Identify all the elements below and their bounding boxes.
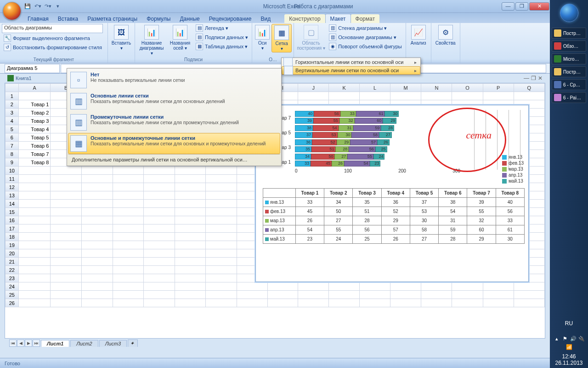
sheet-nav-next[interactable]: ▶: [25, 339, 32, 347]
reset-style-button[interactable]: ↺Восстановить форматирование стиля: [2, 43, 104, 52]
wb-close[interactable]: ✕: [538, 75, 543, 81]
sheet-nav-first[interactable]: ⏮: [9, 339, 17, 347]
vgrid-none-icon: ▫: [70, 72, 87, 88]
vgrid-none[interactable]: ▫НетНе показывать вертикальные линии сет…: [68, 69, 280, 91]
vgrid-more-options[interactable]: Дополнительные параметры линий сетки на …: [68, 154, 280, 165]
axis-titles-button[interactable]: 📊Названия осей ▾: [167, 24, 193, 52]
tray-power-icon[interactable]: 🔌: [578, 336, 585, 342]
data-labels-button[interactable]: ▤Подписи данных ▾: [194, 33, 250, 41]
gridlines-menu: Горизонтальные линии сетки по основной о…: [281, 58, 421, 75]
window-controls: — ❐ ✕: [501, 2, 550, 11]
chart-legend: янв.13фев.13мар.13апр.13май.13: [502, 154, 524, 184]
tray-volume-icon[interactable]: 🔊: [570, 336, 577, 342]
chart-element-selector[interactable]: Область диаграммы: [2, 24, 103, 33]
vgrid-major-icon: ▥: [70, 93, 87, 109]
vgrid-major[interactable]: ▥Основные линии сеткиПоказать вертикальн…: [68, 91, 280, 112]
chart-title-icon: 📊: [144, 25, 159, 40]
tab-home[interactable]: Главная: [23, 14, 53, 23]
undo-icon[interactable]: ↶▾: [33, 2, 42, 11]
data-labels-icon: ▤: [196, 34, 203, 41]
save-icon[interactable]: 💾: [23, 2, 32, 11]
minimize-button[interactable]: —: [502, 2, 514, 11]
taskbar-item[interactable]: Micro…: [552, 53, 586, 64]
sheet-nav-prev[interactable]: ◀: [17, 339, 24, 347]
vertical-gridlines-submenu: ▫НетНе показывать вертикальные линии сет…: [67, 68, 282, 166]
sheet-tab-2[interactable]: Лист2: [70, 340, 98, 347]
start-button[interactable]: [560, 4, 578, 22]
tab-insert[interactable]: Вставка: [53, 14, 83, 23]
taskbar-item[interactable]: Постр…: [552, 28, 586, 39]
axes-icon: 📊: [255, 25, 270, 40]
name-box[interactable]: Диаграмма 5: [5, 64, 60, 73]
tray-arrow-icon[interactable]: ▴: [554, 336, 560, 342]
properties-button[interactable]: ⚙Свойства: [433, 24, 458, 46]
windows-taskbar: Постр…Обзо…Micro…Постр…6 - Ср…6 - Pai… R…: [550, 0, 588, 368]
wall-icon: ▥: [329, 24, 336, 32]
chart-title-button[interactable]: 📊Название диаграммы ▾: [137, 24, 166, 57]
tab-formulas[interactable]: Формулы: [142, 14, 175, 23]
taskbar-item[interactable]: Постр…: [552, 66, 586, 77]
sheet-tab-3[interactable]: Лист3: [99, 340, 127, 347]
vgrid-both-icon: ▦: [70, 135, 87, 152]
office-button[interactable]: [3, 2, 21, 20]
insert-button[interactable]: 🖼Вставить▾: [110, 24, 133, 52]
gridlines-horizontal-item[interactable]: Горизонтальные линии сетки по основной о…: [282, 58, 420, 66]
chart-object[interactable]: Товар 7Товар 5Товар 3Товар 1 40563361303…: [255, 105, 529, 282]
floor-icon: ▥: [329, 34, 336, 41]
legend-button[interactable]: ▤Легенда ▾: [194, 24, 250, 32]
chart-data-table: Товар 1Товар 2Товар 3Товар 4Товар 5Товар…: [263, 188, 525, 244]
reset-icon: ↺: [4, 44, 11, 51]
annotation-text: сетка: [466, 129, 492, 141]
analysis-icon: 📈: [411, 25, 426, 40]
wb-minimize[interactable]: —: [524, 75, 529, 81]
wb-restore[interactable]: ❐: [531, 75, 536, 81]
data-table-button[interactable]: ▦Таблица данных ▾: [194, 42, 250, 51]
tab-design[interactable]: Конструктор: [284, 14, 325, 23]
gridlines-button[interactable]: ▦Сетка▾: [271, 24, 292, 52]
tab-review[interactable]: Рецензирование: [204, 14, 256, 23]
taskbar-item[interactable]: 6 - Ср…: [552, 79, 586, 90]
vgrid-minor[interactable]: ▥Промежуточные линии сеткиПоказать верти…: [68, 112, 280, 133]
analysis-button[interactable]: 📈Анализ: [408, 24, 429, 46]
ribbon: Область диаграммы 🔧Формат выделенного фр…: [0, 23, 550, 63]
hgrid-icon: [283, 58, 293, 67]
insert-icon: 🖼: [114, 25, 129, 40]
sheet-tab-new[interactable]: ✦: [128, 339, 138, 347]
vgrid-both[interactable]: ▦Основные и промежуточные линии сеткиПок…: [68, 133, 280, 154]
taskbar-item[interactable]: Обзо…: [552, 40, 586, 52]
close-button[interactable]: ✕: [529, 2, 549, 11]
rotation-icon: ◉: [329, 43, 336, 50]
format-selection-button[interactable]: 🔧Формат выделенного фрагмента: [2, 34, 92, 42]
3d-rotation-button[interactable]: ◉Поворот объемной фигуры: [327, 42, 404, 51]
format-icon: 🔧: [4, 34, 11, 42]
sheet-tabs: ⏮ ◀ ▶ ⏭ Лист1 Лист2 Лист3 ✦: [5, 339, 545, 348]
axes-button[interactable]: 📊Оси▾: [254, 24, 271, 52]
chart-floor-button[interactable]: ▥Основание диаграммы ▾: [327, 33, 404, 41]
chart-wall-button[interactable]: ▥Стенка диаграммы ▾: [327, 24, 404, 32]
sheet-nav-last[interactable]: ⏭: [33, 339, 40, 347]
tab-format[interactable]: Формат: [351, 14, 380, 23]
tab-layout[interactable]: Макет: [325, 14, 351, 23]
tab-page-layout[interactable]: Разметка страницы: [83, 14, 142, 23]
clock[interactable]: 12:46 26.11.2013: [552, 353, 586, 366]
sheet-tab-1[interactable]: Лист1: [41, 340, 69, 347]
gridlines-vertical-item[interactable]: Вертикальные линии сетки по основной оси…: [282, 66, 420, 75]
workbook-name: Книга1: [16, 75, 32, 81]
vgrid-minor-icon: ▥: [70, 114, 87, 131]
ribbon-tabs: Главная Вставка Разметка страницы Формул…: [0, 13, 550, 23]
language-indicator[interactable]: RU: [565, 320, 573, 327]
plot-area-button: ▢Область построения ▾: [296, 24, 326, 52]
app-title: Microsoft Excel: [62, 3, 501, 10]
properties-icon: ⚙: [438, 25, 453, 40]
plot-area-icon: ▢: [304, 25, 318, 40]
tab-view[interactable]: Вид: [256, 14, 275, 23]
tab-data[interactable]: Данные: [175, 14, 204, 23]
status-bar: Готово: [0, 358, 550, 368]
legend-icon: ▤: [196, 24, 203, 32]
restore-button[interactable]: ❐: [515, 2, 528, 11]
taskbar-item[interactable]: 6 - Pai…: [552, 92, 586, 103]
qat-more-icon[interactable]: ▾: [53, 2, 62, 11]
redo-icon[interactable]: ↷▾: [43, 2, 52, 11]
tray-flag-icon[interactable]: ⚑: [562, 336, 568, 342]
tray-network-icon[interactable]: 📶: [566, 344, 572, 351]
